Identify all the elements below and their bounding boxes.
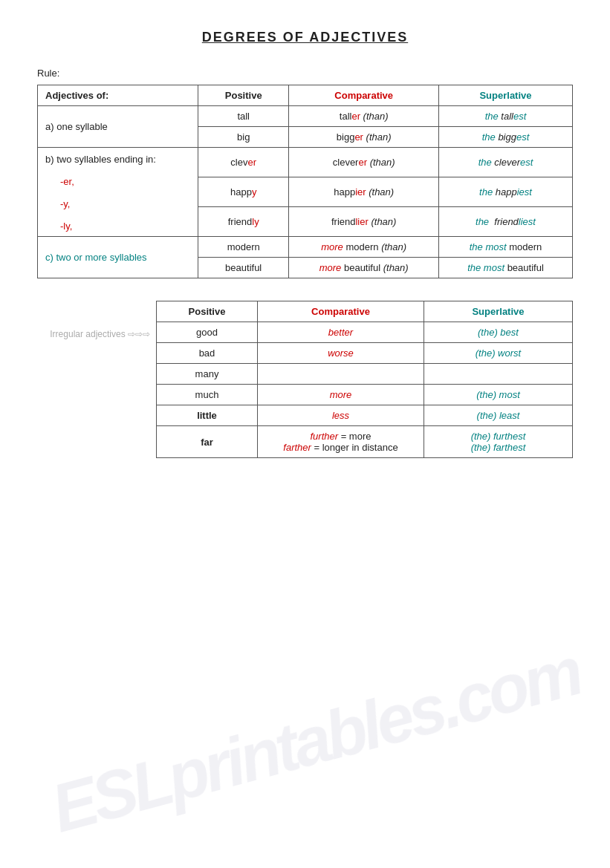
positive-bad: bad	[157, 343, 258, 364]
comparative-worse: worse	[257, 343, 424, 364]
table-row: a) one syllable tall taller (than) the t…	[38, 106, 573, 127]
superlative-cleverest: the cleverest	[438, 148, 572, 177]
section-b-label: b) two syllables ending in: -er, -y, -ly…	[38, 148, 198, 237]
header-positive: Positive	[198, 85, 289, 106]
table-row: c) two or more syllables modern more mod…	[38, 237, 573, 258]
superlative-happiest: the happiest	[438, 177, 572, 207]
header-superlative: Superlative	[438, 85, 572, 106]
positive-little: little	[157, 405, 258, 426]
superlative-many	[424, 364, 572, 385]
irregular-label: Irregular adjectives ⇨⇨⇨	[37, 301, 156, 339]
positive-friendly: friendly	[198, 207, 289, 237]
section-a-label: a) one syllable	[38, 106, 198, 148]
header-adjectives: Adjectives of:	[38, 85, 198, 106]
positive-much: much	[157, 385, 258, 405]
table-header-row: Adjectives of: Positive Comparative Supe…	[38, 85, 573, 106]
superlative-most-modern: the most modern	[438, 237, 572, 258]
positive-many: many	[157, 364, 258, 385]
table-row: many	[157, 364, 573, 385]
positive-clever: clever	[198, 148, 289, 177]
comparative-further-farther: further = more farther = longer in dista…	[257, 426, 424, 458]
positive-happy: happy	[198, 177, 289, 207]
comparative-better: better	[257, 322, 424, 343]
table-row: far further = more farther = longer in d…	[157, 426, 573, 458]
comparative-friendlier: friendlier (than)	[289, 207, 439, 237]
comparative-less: less	[257, 405, 424, 426]
positive-modern: modern	[198, 237, 289, 258]
table-row: little less (the) least	[157, 405, 573, 426]
page-title: DEGREES OF ADJECTIVES	[37, 30, 573, 45]
comparative-happier: happier (than)	[289, 177, 439, 207]
irregular-header-row: Positive Comparative Superlative	[157, 301, 573, 322]
header-comparative: Comparative	[289, 85, 439, 106]
irregular-section: Irregular adjectives ⇨⇨⇨ Positive Compar…	[37, 301, 573, 480]
comparative-more-beautiful: more beautiful (than)	[289, 258, 439, 278]
irr-header-positive: Positive	[157, 301, 258, 322]
positive-tall: tall	[198, 106, 289, 127]
superlative-friendliest: the friendliest	[438, 207, 572, 237]
comparative-more-modern: more modern (than)	[289, 237, 439, 258]
comparative-more: more	[257, 385, 424, 405]
table-row: bad worse (the) worst	[157, 343, 573, 364]
irr-header-superlative: Superlative	[424, 301, 572, 322]
superlative-most-beautiful: the most beautiful	[438, 258, 572, 278]
rule-label: Rule:	[37, 68, 573, 79]
comparative-cleverer: cleverer (than)	[289, 148, 439, 177]
superlative-worst: (the) worst	[424, 343, 572, 364]
irregular-table: Positive Comparative Superlative good be…	[156, 301, 573, 458]
table-row: good better (the) best	[157, 322, 573, 343]
superlative-best: (the) best	[424, 322, 572, 343]
positive-beautiful: beautiful	[198, 258, 289, 278]
degrees-table: Adjectives of: Positive Comparative Supe…	[37, 85, 573, 278]
superlative-tallest: the tallest	[438, 106, 572, 127]
superlative-biggest: the biggest	[438, 127, 572, 148]
superlative-most: (the) most	[424, 385, 572, 405]
comparative-many	[257, 364, 424, 385]
positive-good: good	[157, 322, 258, 343]
watermark: ESLprintables.com	[44, 633, 588, 847]
positive-far: far	[157, 426, 258, 458]
irr-header-comparative: Comparative	[257, 301, 424, 322]
superlative-least: (the) least	[424, 405, 572, 426]
comparative-taller: taller (than)	[289, 106, 439, 127]
table-row: b) two syllables ending in: -er, -y, -ly…	[38, 148, 573, 177]
comparative-bigger: bigger (than)	[289, 127, 439, 148]
superlative-furthest-farthest: (the) furthest (the) farthest	[424, 426, 572, 458]
table-row: much more (the) most	[157, 385, 573, 405]
positive-big: big	[198, 127, 289, 148]
section-c-label: c) two or more syllables	[38, 237, 198, 278]
